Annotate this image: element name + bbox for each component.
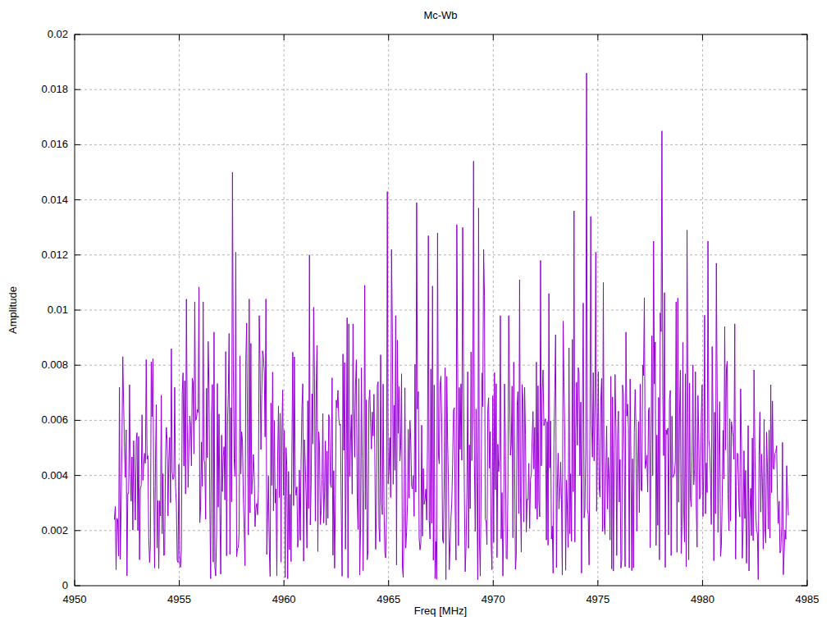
chart-svg: Mc-Wb Freq [MHz] Amplitude 4950495549604… xyxy=(0,0,840,630)
y-tick-label: 0.002 xyxy=(41,524,68,536)
x-tick-label: 4960 xyxy=(272,593,296,605)
y-tick-label: 0.02 xyxy=(48,28,68,40)
y-tick-label: 0.014 xyxy=(41,194,68,206)
x-axis-label: Freq [MHz] xyxy=(414,605,467,617)
series-layer xyxy=(114,73,788,580)
chart-title: Mc-Wb xyxy=(423,9,457,21)
y-tick-label: 0.012 xyxy=(41,249,68,261)
y-tick-label: 0 xyxy=(62,579,68,591)
x-tick-label: 4980 xyxy=(691,593,714,605)
series-line xyxy=(114,73,788,580)
x-tick-label: 4955 xyxy=(167,593,191,605)
x-tick-label: 4975 xyxy=(586,593,609,605)
y-tick-label: 0.004 xyxy=(41,469,68,482)
x-tick-label: 4970 xyxy=(482,593,505,605)
y-tick-label: 0.018 xyxy=(41,83,68,95)
chart-window: Mc-Wb Freq [MHz] Amplitude 4950495549604… xyxy=(0,0,840,630)
y-tick-label: 0.008 xyxy=(41,358,68,371)
y-axis-label: Amplitude xyxy=(7,286,19,334)
x-tick-label: 4950 xyxy=(63,593,87,605)
x-tick-label: 4965 xyxy=(377,593,400,605)
y-tick-label: 0.01 xyxy=(48,304,68,316)
y-tick-label: 0.006 xyxy=(41,413,68,426)
y-tick-label: 0.016 xyxy=(41,138,68,150)
x-tick-label: 4985 xyxy=(796,593,819,605)
